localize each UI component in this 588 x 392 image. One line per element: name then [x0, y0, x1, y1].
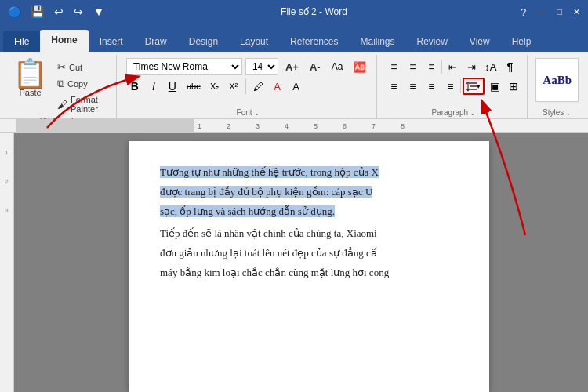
redo-quick-btn[interactable]: ↪	[71, 4, 86, 20]
character-shading-button[interactable]: A	[288, 78, 305, 95]
title-bar: 🔵 💾 ↩ ↪ ▼ File số 2 - Word ? — □ ✕	[0, 0, 588, 24]
increase-indent-button[interactable]: ⇥	[463, 58, 480, 75]
text-6: máy bằng kim loại chắc chắn cùng mặt lưn…	[160, 267, 389, 278]
minimize-btn[interactable]: —	[537, 7, 546, 16]
paragraph-5: đơn giản nhưng lại toát lên nét đẹp của …	[160, 245, 458, 262]
quick-access-toolbar: 💾 ↩ ↪ ▼	[27, 4, 107, 20]
paste-button[interactable]: 📋 Paste	[9, 58, 51, 115]
numbering-button[interactable]: ≡	[404, 58, 421, 75]
cut-icon: ✂	[57, 61, 66, 73]
font-color-button[interactable]: A	[269, 78, 286, 95]
font-expand-icon: ⌄	[254, 109, 260, 117]
tab-layout[interactable]: Layout	[229, 31, 279, 52]
format-painter-button[interactable]: 🖌 Format Painter	[54, 93, 111, 115]
text-highlight-button[interactable]: 🖊	[249, 78, 267, 95]
borders-button[interactable]: ⊞	[505, 78, 522, 95]
maximize-btn[interactable]: □	[557, 7, 562, 16]
tab-help[interactable]: Help	[501, 31, 543, 52]
font-name-select[interactable]: Times New Roma	[126, 58, 242, 75]
divider	[245, 78, 246, 94]
line-spacing-icon: ▾	[466, 80, 481, 93]
font-size-select[interactable]: 14	[245, 58, 278, 75]
close-btn[interactable]: ✕	[573, 7, 580, 17]
paragraph-6: máy bằng kim loại chắc chắn cùng mặt lưn…	[160, 265, 458, 281]
word-icon: 🔵	[8, 5, 21, 18]
bullets-button[interactable]: ≡	[385, 58, 402, 75]
window-title: File số 2 - Word	[281, 6, 347, 17]
document-content: Tương tự như những thế hệ trước, trong h…	[160, 165, 458, 281]
divider3	[460, 79, 461, 93]
shading-button[interactable]: ▣	[486, 78, 503, 95]
tab-insert[interactable]: Insert	[89, 31, 134, 52]
paragraph-1: Tương tự như những thế hệ trước, trong h…	[160, 165, 458, 181]
save-quick-btn[interactable]: 💾	[27, 4, 47, 20]
divider2	[441, 60, 442, 74]
tab-references[interactable]: References	[279, 31, 349, 52]
tab-review[interactable]: Review	[406, 31, 459, 52]
decrease-indent-button[interactable]: ⇤	[444, 58, 461, 75]
tab-draw[interactable]: Draw	[134, 31, 178, 52]
document-page[interactable]: Tương tự như những thế hệ trước, trong h…	[129, 141, 489, 392]
ruler: 1 2 3 4 5 6 7 8	[0, 119, 588, 133]
cut-button[interactable]: ✂ Cut	[54, 60, 111, 74]
grow-font-button[interactable]: A+	[281, 58, 303, 75]
left-margin	[14, 133, 30, 392]
text-4: Tiếp đến sẽ là nhân vật chính của chúng …	[160, 227, 377, 239]
text-5: đơn giản nhưng lại toát lên nét đẹp của …	[160, 247, 377, 259]
tab-view[interactable]: View	[459, 31, 501, 52]
styles-preview: AaBb	[535, 58, 579, 102]
more-quick-btn[interactable]: ▼	[90, 4, 107, 20]
shrink-font-button[interactable]: A-	[306, 58, 325, 75]
paragraph-expand-icon: ⌄	[470, 109, 476, 117]
sort-button[interactable]: ↕A	[481, 58, 499, 75]
tab-home[interactable]: Home	[40, 30, 88, 52]
underlined-text: ốp lưng	[180, 205, 212, 217]
italic-button[interactable]: I	[145, 78, 162, 95]
document-area: 1 2 3 Tương tự như những thế hệ trước, t…	[0, 133, 588, 392]
ribbon: 📋 Paste ✂ Cut ⧉ Copy 🖌 Format Painter	[0, 52, 588, 119]
tab-design[interactable]: Design	[178, 31, 229, 52]
paragraph-2: được trang bị đầy đủ bộ phụ kiện gồm: cá…	[160, 184, 458, 201]
case-button[interactable]: Aa	[328, 58, 347, 75]
styles-group-label[interactable]: Styles ⌄	[535, 107, 579, 118]
ribbon-tabs: File Home Insert Draw Design Layout Refe…	[0, 24, 588, 52]
window-controls: ? — □ ✕	[521, 6, 580, 18]
paste-label: Paste	[19, 88, 41, 97]
copy-icon: ⧉	[57, 78, 64, 90]
subscript-button[interactable]: X₂	[206, 78, 223, 95]
copy-button[interactable]: ⧉ Copy	[54, 76, 111, 92]
multilevel-button[interactable]: ≡	[423, 58, 440, 75]
tab-mailings[interactable]: Mailings	[349, 31, 405, 52]
highlighted-text-2: được trang bị đầy đủ bộ phụ kiện gồm: cá…	[160, 186, 372, 198]
highlighted-text-3: sạc, ốp lưng và sách hướng dẫn sử dụng.	[160, 205, 335, 217]
clear-format-button[interactable]: 🆎	[350, 58, 370, 75]
help-icon[interactable]: ?	[521, 6, 526, 18]
paste-icon: 📋	[13, 60, 48, 88]
align-left-button[interactable]: ≡	[385, 78, 402, 95]
superscript-button[interactable]: X²	[225, 78, 242, 95]
strikethrough-button[interactable]: abc	[183, 78, 205, 95]
paragraph-3: sạc, ốp lưng và sách hướng dẫn sử dụng.	[160, 204, 458, 220]
highlighted-text-1: Tương tự như những thế hệ trước, trong h…	[160, 166, 379, 178]
align-center-button[interactable]: ≡	[404, 78, 421, 95]
paragraph-group-label[interactable]: Paragraph ⌄	[385, 107, 522, 118]
line-spacing-button[interactable]: ▾	[463, 78, 485, 95]
font-group-label[interactable]: Font ⌄	[126, 107, 370, 118]
page-container: Tương tự như những thế hệ trước, trong h…	[30, 133, 588, 392]
align-right-button[interactable]: ≡	[423, 78, 440, 95]
undo-quick-btn[interactable]: ↩	[51, 4, 67, 20]
show-marks-button[interactable]: ¶	[501, 58, 518, 75]
tab-file[interactable]: File	[3, 31, 40, 52]
format-painter-icon: 🖌	[57, 99, 67, 111]
underline-button[interactable]: U	[164, 78, 181, 95]
vertical-ruler: 1 2 3	[0, 133, 14, 392]
justify-button[interactable]: ≡	[441, 78, 459, 95]
title-bar-left: 🔵 💾 ↩ ↪ ▼	[8, 4, 107, 20]
styles-expand-icon: ⌄	[565, 109, 572, 117]
paragraph-4: Tiếp đến sẽ là nhân vật chính của chúng …	[160, 226, 458, 242]
bold-button[interactable]: B	[126, 78, 143, 95]
